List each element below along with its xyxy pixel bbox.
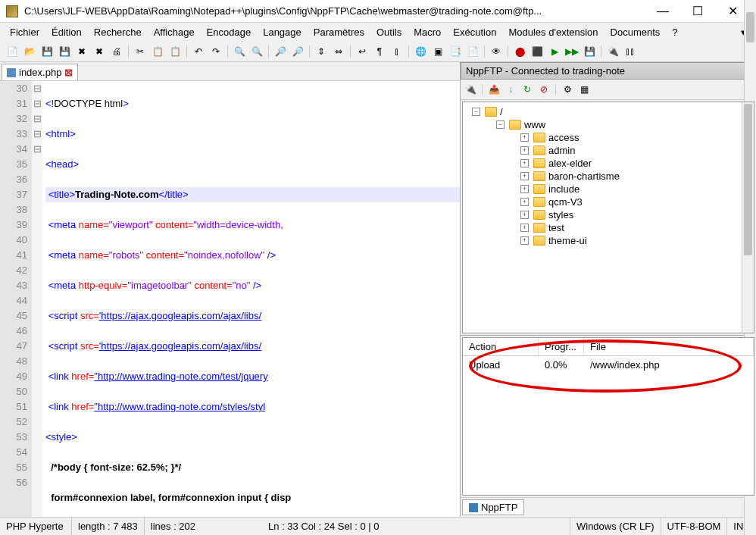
fold-gutter[interactable]: ⊟⊟⊟⊟⊟ <box>32 81 42 517</box>
menu-plugins[interactable]: Modules d'extension <box>503 24 603 40</box>
messages-icon[interactable]: ▦ <box>577 83 591 96</box>
connect-icon[interactable]: 🔌 <box>464 83 477 96</box>
tree-folder[interactable]: +admin <box>466 144 751 157</box>
menu-outils[interactable]: Outils <box>371 24 407 40</box>
ftp-tab-icon <box>469 503 478 512</box>
close-file-icon[interactable]: ✖ <box>74 44 89 59</box>
collapse-icon[interactable]: − <box>496 120 505 129</box>
paste-icon[interactable]: 📋 <box>167 44 183 59</box>
status-position: Ln : 33 Col : 24 Sel : 0 | 0 <box>262 518 570 536</box>
play-multi-icon[interactable]: ▶▶ <box>564 44 579 59</box>
app-icon <box>6 5 18 17</box>
tree-folder[interactable]: +include <box>466 183 751 196</box>
cut-icon[interactable]: ✂ <box>133 44 148 59</box>
status-language: PHP Hyperte <box>0 518 72 536</box>
status-length: length : 7 483 <box>72 518 145 536</box>
tree-scrollbar[interactable] <box>742 102 754 333</box>
statusbar: PHP Hyperte length : 7 483 lines : 202 L… <box>0 517 756 535</box>
menubar: Fichier Édition Recherche Affichage Enco… <box>0 23 756 42</box>
copy-icon[interactable]: 📋 <box>150 44 165 59</box>
tree-folder[interactable]: +styles <box>466 208 751 221</box>
settings-icon[interactable]: ⚙ <box>561 83 574 96</box>
fold-icon[interactable]: ▣ <box>430 44 445 59</box>
folder-icon <box>485 107 497 117</box>
show-all-icon[interactable]: ¶ <box>372 44 387 59</box>
menu-recherche[interactable]: Recherche <box>89 24 147 40</box>
lang-icon[interactable]: 🌐 <box>413 44 428 59</box>
menu-macro[interactable]: Macro <box>408 24 446 40</box>
save-all-icon[interactable]: 💾 <box>57 44 72 59</box>
zoom-in-icon[interactable]: 🔎 <box>273 44 288 59</box>
tab-index-php[interactable]: index.php ⊠ <box>2 64 78 80</box>
stop-icon[interactable]: ⬛ <box>530 44 545 59</box>
tab-close-icon[interactable]: ⊠ <box>64 67 73 78</box>
menu-execution[interactable]: Exécution <box>448 24 501 40</box>
window-title: C:\Users\JLF-WEB\AppData\Roaming\Notepad… <box>24 5 645 17</box>
bottom-tabs: NppFTP <box>461 497 756 517</box>
tab-nppftp[interactable]: NppFTP <box>462 499 524 515</box>
download-icon[interactable]: ↓ <box>504 83 517 96</box>
menu-help[interactable]: ? <box>667 24 683 40</box>
replace-icon[interactable]: 🔍 <box>249 44 264 59</box>
print-icon[interactable]: 🖨 <box>109 44 124 59</box>
tree-folder[interactable]: +alex-elder <box>466 157 751 170</box>
wrap-icon[interactable]: ↩ <box>355 44 370 59</box>
menu-edition[interactable]: Édition <box>46 24 87 40</box>
tree-folder[interactable]: +test <box>466 221 751 234</box>
file-icon <box>7 68 16 77</box>
line-gutter: 3031323334353637383940414243444546474849… <box>0 81 32 517</box>
code-area[interactable]: <!DOCTYPE html> <html> <head> <title>Tra… <box>42 81 460 517</box>
menu-langage[interactable]: Langage <box>258 24 307 40</box>
ftp-toolbar: 🔌 📤 ↓ ↻ ⊘ ⚙ ▦ <box>461 80 756 100</box>
minimize-button[interactable]: — <box>645 0 680 23</box>
transfer-list: Action Progr... File Upload 0.0% /www/in… <box>462 337 754 496</box>
sync-h-icon[interactable]: ⇔ <box>331 44 346 59</box>
editor-tabs: index.php ⊠ <box>0 62 460 81</box>
menu-affichage[interactable]: Affichage <box>148 24 200 40</box>
ftp-icon[interactable]: 🔌 <box>605 44 620 59</box>
indent-guide-icon[interactable]: ⫿ <box>389 44 405 59</box>
save-icon[interactable]: 💾 <box>39 44 55 59</box>
find-icon[interactable]: 🔍 <box>232 44 247 59</box>
record-icon[interactable]: ⬤ <box>512 44 527 59</box>
ftp-tree[interactable]: −/ −www +access +admin +alex-elder +baro… <box>462 102 754 333</box>
sync-v-icon[interactable]: ⇕ <box>314 44 329 59</box>
maximize-button[interactable]: ☐ <box>680 0 715 23</box>
menu-documents[interactable]: Documents <box>605 24 666 40</box>
tree-folder[interactable]: +baron-chartisme <box>466 170 751 183</box>
ftp-panel-title: NppFTP - Connected to trading-note × <box>461 62 756 80</box>
play-icon[interactable]: ▶ <box>547 44 562 59</box>
tab-label: index.php <box>19 67 61 78</box>
transfer-row[interactable]: Upload 0.0% /www/index.php <box>463 356 754 374</box>
monitor-icon[interactable]: 👁 <box>489 44 504 59</box>
close-all-icon[interactable]: ✖ <box>92 44 107 59</box>
status-eol[interactable]: Windows (CR LF) <box>570 518 661 536</box>
save-macro-icon[interactable]: 💾 <box>582 44 597 59</box>
titlebar: C:\Users\JLF-WEB\AppData\Roaming\Notepad… <box>0 0 756 23</box>
zoom-out-icon[interactable]: 🔎 <box>290 44 305 59</box>
code-editor[interactable]: 3031323334353637383940414243444546474849… <box>0 81 460 517</box>
status-lines: lines : 202 <box>145 518 201 536</box>
refresh-icon[interactable]: ↻ <box>520 83 534 96</box>
doc-map-icon[interactable]: 📄 <box>465 44 480 59</box>
upload-icon[interactable]: 📤 <box>487 83 501 96</box>
collapse-icon[interactable]: − <box>472 108 480 116</box>
transfer-header: Action Progr... File <box>463 338 754 356</box>
tree-folder[interactable]: +access <box>466 131 751 144</box>
menu-encodage[interactable]: Encodage <box>201 24 257 40</box>
menu-fichier[interactable]: Fichier <box>5 24 45 40</box>
tree-folder[interactable]: +qcm-V3 <box>466 196 751 208</box>
folder-icon <box>509 120 521 130</box>
status-encoding[interactable]: UTF-8-BOM <box>661 518 728 536</box>
abort-icon[interactable]: ⊘ <box>537 83 551 96</box>
open-file-icon[interactable]: 📂 <box>22 44 37 59</box>
undo-icon[interactable]: ↶ <box>191 44 206 59</box>
menu-parametres[interactable]: Paramètres <box>308 24 370 40</box>
new-file-icon[interactable]: 📄 <box>5 44 20 59</box>
compare-icon[interactable]: ⫿⫿ <box>623 44 638 59</box>
redo-icon[interactable]: ↷ <box>208 44 223 59</box>
tree-folder[interactable]: +theme-ui <box>466 234 751 247</box>
main-toolbar: 📄 📂 💾 💾 ✖ ✖ 🖨 ✂ 📋 📋 ↶ ↷ 🔍 🔍 🔎 🔎 ⇕ ⇔ ↩ ¶ … <box>0 42 756 62</box>
func-list-icon[interactable]: 📑 <box>448 44 463 59</box>
